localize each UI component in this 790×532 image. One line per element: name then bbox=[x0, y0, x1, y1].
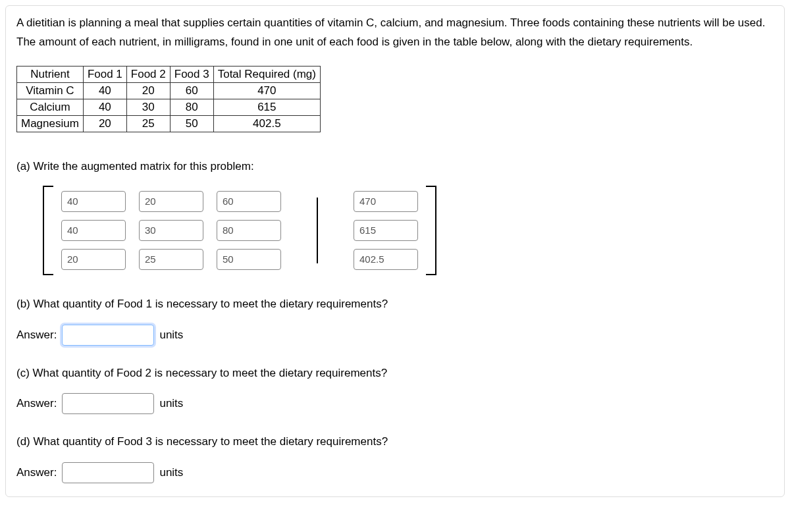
matrix-cell[interactable] bbox=[217, 191, 281, 212]
part-b-prompt: (b) What quantity of Food 1 is necessary… bbox=[16, 296, 774, 313]
units-label: units bbox=[159, 329, 183, 342]
part-c-prompt: (c) What quantity of Food 2 is necessary… bbox=[16, 365, 774, 382]
matrix-cell[interactable] bbox=[139, 220, 203, 241]
right-bracket-icon bbox=[426, 186, 436, 275]
intro-text: A dietitian is planning a meal that supp… bbox=[16, 15, 774, 50]
matrix-cell[interactable] bbox=[61, 220, 126, 241]
answer-label: Answer: bbox=[16, 397, 57, 410]
matrix-cell[interactable] bbox=[354, 249, 418, 270]
part-d: (d) What quantity of Food 3 is necessary… bbox=[16, 434, 774, 483]
matrix-cell[interactable] bbox=[139, 191, 203, 212]
matrix-cell[interactable] bbox=[354, 220, 418, 241]
part-a-prompt: (a) Write the augmented matrix for this … bbox=[16, 159, 774, 175]
table-header-row: Nutrient Food 1 Food 2 Food 3 Total Requ… bbox=[17, 66, 321, 83]
intro-line-2: The amount of each nutrient, in milligra… bbox=[16, 34, 774, 51]
th-food3: Food 3 bbox=[170, 66, 213, 83]
table-row: Vitamin C 40 20 60 470 bbox=[17, 83, 321, 99]
part-c: (c) What quantity of Food 2 is necessary… bbox=[16, 365, 774, 415]
part-a: (a) Write the augmented matrix for this … bbox=[16, 159, 774, 275]
units-label: units bbox=[159, 466, 183, 479]
matrix-left-grid bbox=[59, 186, 284, 275]
augment-divider-icon bbox=[317, 198, 318, 263]
intro-line-1: A dietitian is planning a meal that supp… bbox=[16, 15, 774, 32]
food3-answer-input[interactable] bbox=[62, 462, 154, 483]
matrix-cell[interactable] bbox=[61, 191, 126, 212]
matrix-cell[interactable] bbox=[61, 249, 126, 270]
part-b: (b) What quantity of Food 1 is necessary… bbox=[16, 296, 774, 346]
table-row: Magnesium 20 25 50 402.5 bbox=[17, 116, 321, 132]
th-food1: Food 1 bbox=[83, 66, 126, 83]
augmented-matrix bbox=[43, 186, 774, 275]
answer-label: Answer: bbox=[16, 329, 57, 342]
left-bracket-icon bbox=[43, 186, 53, 275]
answer-label: Answer: bbox=[16, 466, 57, 479]
food1-answer-input[interactable] bbox=[62, 325, 154, 346]
food2-answer-input[interactable] bbox=[62, 393, 154, 414]
problem-container: A dietitian is planning a meal that supp… bbox=[5, 5, 785, 497]
matrix-augmented-col bbox=[351, 186, 421, 275]
matrix-cell[interactable] bbox=[217, 220, 281, 241]
part-d-prompt: (d) What quantity of Food 3 is necessary… bbox=[16, 434, 774, 450]
th-nutrient: Nutrient bbox=[17, 66, 84, 83]
table-row: Calcium 40 30 80 615 bbox=[17, 99, 321, 116]
nutrient-table: Nutrient Food 1 Food 2 Food 3 Total Requ… bbox=[16, 66, 321, 132]
matrix-cell[interactable] bbox=[139, 249, 203, 270]
th-food2: Food 2 bbox=[126, 66, 170, 83]
matrix-cell[interactable] bbox=[217, 249, 281, 270]
matrix-cell[interactable] bbox=[354, 191, 418, 212]
th-total: Total Required (mg) bbox=[213, 66, 320, 83]
units-label: units bbox=[159, 397, 183, 410]
